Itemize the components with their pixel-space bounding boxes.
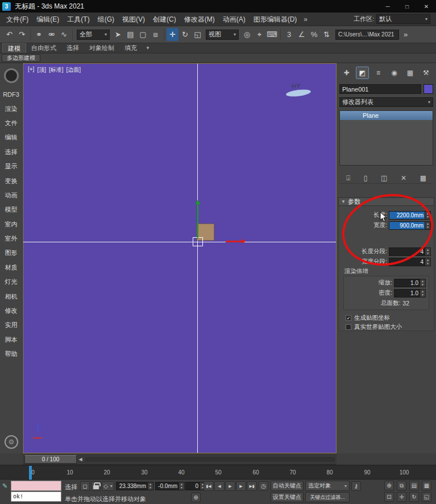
select-and-move-icon[interactable]: ✛	[167, 28, 178, 41]
key-mode-toggle-icon[interactable]: ⚷	[351, 481, 361, 491]
select-by-name-icon[interactable]: ▤	[124, 28, 136, 41]
selection-lock-icon[interactable]	[91, 481, 101, 491]
unlink-selection-icon[interactable]: ⚮	[45, 28, 57, 41]
scale-field[interactable]: 1.0 ▲▼	[394, 279, 426, 287]
window-crossing-icon[interactable]: ⧈	[150, 28, 161, 41]
width-field[interactable]: 900.0mm ▲▼	[389, 221, 431, 230]
sidebar-gear-icon[interactable]: ⚙	[5, 435, 18, 449]
rectangular-selection-icon[interactable]: ▢	[137, 28, 149, 41]
spinner-down-icon[interactable]: ▼	[426, 216, 429, 218]
spinner-up-icon[interactable]: ▲	[421, 280, 424, 283]
generate-mapping-checkbox[interactable]: ✓	[346, 315, 351, 321]
selection-set-dropdown[interactable]: 选定对象 ▾	[305, 481, 350, 491]
menu-item-animation[interactable]: 动画(A)	[219, 13, 250, 26]
parameters-rollout-header[interactable]: ▼ 参数	[338, 197, 434, 206]
previous-frame-button[interactable]: ◀	[214, 481, 225, 491]
show-end-result-icon[interactable]: ▯	[364, 174, 368, 182]
zoom-all-icon[interactable]: ⧉	[397, 481, 406, 490]
sidebar-item-exterior[interactable]: 室外	[5, 232, 18, 246]
tab-populate[interactable]: 填充	[119, 43, 142, 53]
coordinate-x-value[interactable]: 23.338mm	[117, 482, 147, 490]
menu-item-file[interactable]: 文件(F)	[2, 13, 32, 26]
set-key-button[interactable]: 设置关键点	[271, 492, 304, 502]
maxscript-listener-field[interactable]: ok!	[11, 491, 61, 502]
sidebar-item-lights[interactable]: 灯光	[5, 275, 18, 289]
move-gizmo-x-axis[interactable]	[226, 241, 244, 242]
time-slider-handle[interactable]: 0 / 100	[24, 455, 77, 464]
scale-spinner[interactable]: ▲▼	[420, 279, 425, 287]
real-world-map-checkbox[interactable]	[346, 324, 351, 330]
viewport-edged-faces-menu[interactable]: [边面]	[67, 66, 81, 74]
keyboard-override-icon[interactable]: ⌨	[266, 28, 278, 41]
go-to-start-button[interactable]: ▮◀	[204, 481, 214, 491]
viewport-shading-menu[interactable]: [标准]	[49, 66, 64, 74]
sidebar-item-interior[interactable]: 室内	[5, 217, 18, 232]
menu-item-group[interactable]: 组(G)	[94, 13, 118, 26]
select-and-scale-icon[interactable]: ◱	[192, 28, 204, 41]
tab-object-paint[interactable]: 对象绘制	[84, 43, 119, 53]
spinner-down-icon[interactable]: ▼	[421, 294, 424, 296]
sidebar-item-edit[interactable]: 编辑	[5, 130, 18, 144]
snap-toggle-icon[interactable]: 3	[283, 28, 295, 41]
viewport-general-menu[interactable]: [+]	[28, 66, 34, 74]
close-button[interactable]: ✕	[417, 0, 436, 13]
go-to-end-button[interactable]: ▶▮	[247, 481, 257, 491]
angle-snap-icon[interactable]: ∠	[296, 28, 308, 41]
viewport-view-menu[interactable]: [顶]	[37, 66, 46, 74]
density-field[interactable]: 1.0 ▲▼	[394, 289, 426, 298]
sidebar-item-render[interactable]: 渲染	[5, 101, 18, 115]
sidebar-item-material[interactable]: 材质	[5, 261, 18, 275]
width-segments-spinner[interactable]: ▲▼	[425, 258, 430, 266]
object-color-swatch[interactable]	[423, 84, 433, 94]
modifier-list-dropdown[interactable]: 修改器列表 ▾	[339, 97, 433, 107]
percent-snap-icon[interactable]: %	[308, 28, 320, 41]
menu-item-edit[interactable]: 编辑(E)	[32, 13, 63, 26]
menu-item-graph-editors[interactable]: 图形编辑器(D)	[250, 13, 301, 26]
width-segments-field[interactable]: 4 ▲▼	[389, 258, 431, 266]
zoom-extents-all-icon[interactable]: ▦	[422, 481, 431, 490]
spinner-down-icon[interactable]: ▼	[421, 283, 424, 286]
configure-modifier-sets-icon[interactable]: ▩	[420, 174, 426, 182]
spinner-up-icon[interactable]: ▲	[426, 259, 429, 262]
length-segments-spinner[interactable]: ▲▼	[425, 248, 430, 255]
menu-item-modifiers[interactable]: 修改器(M)	[180, 13, 219, 26]
toolbar-overflow-icon[interactable]: »	[400, 28, 412, 41]
coordinate-y-spinner[interactable]: ▲▼	[178, 482, 184, 490]
spinner-down-icon[interactable]: ▼	[426, 226, 429, 229]
width-segments-value[interactable]: 4	[389, 258, 425, 266]
spinner-up-icon[interactable]: ▲	[426, 222, 429, 225]
pin-stack-icon[interactable]: ⍗	[346, 174, 350, 182]
sidebar-item-display[interactable]: 显示	[5, 159, 18, 173]
project-path-field[interactable]: C:\Users\…\Max 2021	[335, 30, 399, 40]
selection-filter-dropdown[interactable]: 全部 ▾	[77, 30, 110, 40]
width-value[interactable]: 900.0mm	[389, 222, 425, 229]
time-slider-track[interactable]	[85, 457, 335, 461]
next-frame-button[interactable]: ▶	[236, 481, 246, 491]
redo-icon[interactable]: ↷	[16, 28, 28, 41]
sidebar-item-rdf3[interactable]: RDF3	[3, 87, 19, 101]
coordinate-x-spinner[interactable]: ▲▼	[147, 482, 153, 490]
length-spinner[interactable]: ▲▼	[425, 212, 430, 219]
previous-frame-arrow-icon[interactable]: ◀	[77, 455, 84, 464]
workspace-dropdown[interactable]: 默认 ▾	[376, 14, 430, 24]
display-tab-icon[interactable]: ▦	[404, 67, 417, 79]
scale-value[interactable]: 1.0	[395, 279, 420, 287]
sidebar-item-camera[interactable]: 相机	[5, 289, 18, 303]
undo-icon[interactable]: ↶	[3, 28, 15, 41]
motion-tab-icon[interactable]: ◉	[388, 67, 401, 79]
density-value[interactable]: 1.0	[395, 290, 420, 297]
maxscript-pen-icon[interactable]: ✎	[2, 482, 7, 490]
menu-item-create[interactable]: 创建(C)	[149, 13, 180, 26]
status-extra-icon[interactable]: ⊕	[191, 493, 201, 502]
sidebar-item-modify[interactable]: 修改	[5, 304, 18, 318]
spinner-down-icon[interactable]: ▼	[180, 486, 183, 489]
coordinate-y-value[interactable]: -0.0mm	[156, 482, 178, 490]
select-object-icon[interactable]: ➤	[112, 28, 124, 41]
sidebar-item-shapes[interactable]: 图形	[5, 246, 18, 260]
zoom-extents-icon[interactable]: ▤	[409, 481, 419, 490]
coordinate-mode-icon[interactable]: ◇▾	[102, 481, 114, 491]
modify-tab-icon[interactable]: ◩	[356, 67, 369, 79]
bind-to-spacewarp-icon[interactable]: ∿	[58, 28, 70, 41]
sidebar-knob-icon[interactable]	[4, 68, 19, 83]
tab-selection[interactable]: 选择	[61, 43, 84, 53]
